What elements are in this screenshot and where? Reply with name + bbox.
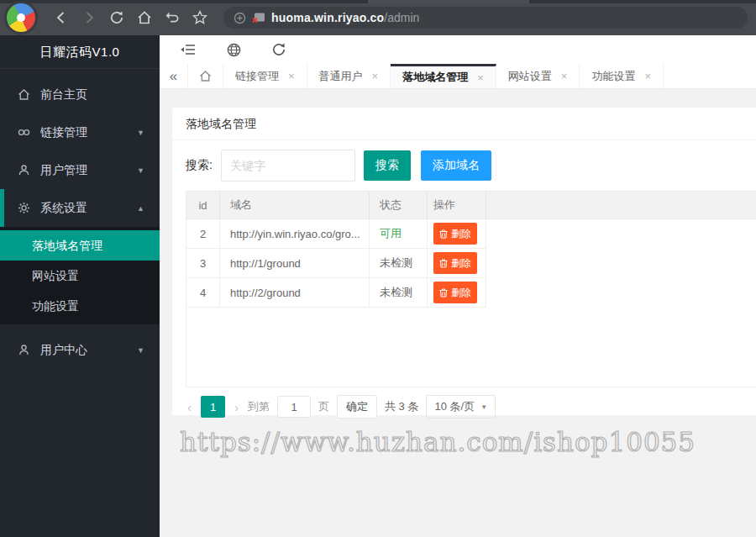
close-icon[interactable]: × xyxy=(644,70,651,82)
sidebar-item-label: 系统设置 xyxy=(40,201,137,216)
url-domain: huoma.win.riyao.co xyxy=(271,11,384,24)
submenu-item-function-settings[interactable]: 功能设置 xyxy=(0,291,160,321)
sidebar-item-label: 链接管理 xyxy=(40,125,137,140)
tab-label: 网站设置 xyxy=(508,69,552,84)
watermark-text: https://www.huzhan.com/ishop10055 xyxy=(180,427,696,457)
submenu-item-site-settings[interactable]: 网站设置 xyxy=(0,261,160,291)
tab-normal-user[interactable]: 普通用户 × xyxy=(307,64,391,88)
chevron-down-icon: ▼ xyxy=(480,403,487,411)
close-icon[interactable]: × xyxy=(561,70,568,82)
user-icon xyxy=(17,163,31,177)
close-icon[interactable]: × xyxy=(477,71,484,84)
chevron-up-icon: ▲ xyxy=(137,204,144,213)
confirm-button[interactable]: 确定 xyxy=(337,395,377,419)
tab-label: 链接管理 xyxy=(235,69,279,84)
site-permission-icon[interactable] xyxy=(234,12,246,24)
next-page-icon[interactable]: › xyxy=(233,400,240,414)
column-header-filler xyxy=(486,192,756,218)
add-domain-button[interactable]: 添加域名 xyxy=(421,150,491,181)
home-icon xyxy=(17,87,31,102)
app-title: 日耀活码V1.0 xyxy=(0,35,160,69)
sidebar-item-user-center[interactable]: 用户中心 ▼ xyxy=(0,331,160,369)
cell-domain: http://2/ground xyxy=(220,278,370,308)
delete-button[interactable]: 删除 xyxy=(433,223,477,245)
status-badge: 未检测 xyxy=(380,255,412,271)
goto-label: 到第 xyxy=(248,399,270,414)
sidebar: 日耀活码V1.0 前台主页 链接管理 ▼ 用户管理 ▼ xyxy=(0,35,160,537)
table-row: 4 http://2/ground 未检测 删除 xyxy=(186,278,756,308)
globe-icon[interactable] xyxy=(225,41,242,58)
person-icon xyxy=(17,343,31,357)
table-header-row: id 域名 状态 操作 xyxy=(186,191,756,219)
tab-link-management[interactable]: 链接管理 × xyxy=(223,64,307,88)
home-icon xyxy=(198,69,213,83)
page-title: 落地域名管理 xyxy=(172,108,756,140)
collapse-sidebar-icon[interactable] xyxy=(180,41,197,58)
search-button[interactable]: 搜索 xyxy=(364,150,411,181)
sidebar-item-user-management[interactable]: 用户管理 ▼ xyxy=(0,151,160,189)
tab-label: 功能设置 xyxy=(591,69,635,84)
search-label: 搜索: xyxy=(186,158,213,173)
pagination: ‹ 1 › 到第 页 确定 共 3 条 10 条/页 ▼ xyxy=(172,387,756,426)
content-card: 落地域名管理 搜索: 搜索 添加域名 id 域名 状态 操作 2 http://… xyxy=(172,108,756,415)
cell-id: 2 xyxy=(186,219,220,249)
cell-domain: http://yin.win.riyao.co/gro... xyxy=(220,219,370,249)
status-badge: 未检测 xyxy=(380,285,412,300)
domain-table: id 域名 状态 操作 2 http://yin.win.riyao.co/gr… xyxy=(186,191,756,387)
back-icon[interactable] xyxy=(52,7,71,29)
chevron-down-icon: ▼ xyxy=(137,129,144,137)
link-icon xyxy=(17,125,31,140)
tab-home[interactable] xyxy=(188,64,223,88)
cell-id: 3 xyxy=(186,249,220,278)
sidebar-item-link-management[interactable]: 链接管理 ▼ xyxy=(0,113,160,151)
close-icon[interactable]: × xyxy=(288,70,295,82)
tab-function-settings[interactable]: 功能设置 × xyxy=(580,64,664,88)
current-page-button[interactable]: 1 xyxy=(201,396,225,418)
tab-site-settings[interactable]: 网站设置 × xyxy=(496,64,580,88)
browser-chrome: huoma.win.riyao.co /admin xyxy=(0,0,756,35)
per-page-select[interactable]: 10 条/页 ▼ xyxy=(426,395,496,419)
delete-button[interactable]: 删除 xyxy=(433,282,477,303)
total-count-label: 共 3 条 xyxy=(385,399,418,414)
tab-landing-domain[interactable]: 落地域名管理 × xyxy=(391,64,496,88)
undo-icon[interactable] xyxy=(163,7,181,29)
sidebar-item-label: 前台主页 xyxy=(40,87,144,103)
close-icon[interactable]: × xyxy=(372,70,379,82)
admin-toolbar xyxy=(160,35,756,64)
url-path: /admin xyxy=(384,11,419,24)
chevron-down-icon: ▼ xyxy=(137,166,144,175)
sidebar-item-label: 用户管理 xyxy=(40,163,137,178)
system-settings-submenu: 落地域名管理 网站设置 功能设置 xyxy=(0,227,160,324)
table-row: 2 http://yin.win.riyao.co/gro... 可用 删除 xyxy=(186,219,756,249)
gear-icon xyxy=(17,201,31,215)
per-page-value: 10 条/页 xyxy=(434,399,475,414)
delete-label: 删除 xyxy=(451,286,471,300)
active-browser-tab-sliver xyxy=(368,0,529,3)
prev-page-icon[interactable]: ‹ xyxy=(186,400,193,414)
goto-page-input[interactable] xyxy=(277,396,311,418)
browser-tab-strip xyxy=(0,0,756,3)
sidebar-item-front-home[interactable]: 前台主页 xyxy=(0,76,160,113)
forward-icon[interactable] xyxy=(80,7,98,29)
tabs-scroll-left-icon[interactable]: « xyxy=(160,64,188,88)
column-header-action: 操作 xyxy=(428,192,486,218)
submenu-item-landing-domain[interactable]: 落地域名管理 xyxy=(0,230,160,261)
search-row: 搜索: 搜索 添加域名 xyxy=(172,140,756,191)
blocked-image-icon[interactable] xyxy=(252,12,265,24)
table-row: 3 http://1/ground 未检测 删除 xyxy=(186,249,756,278)
cell-id: 4 xyxy=(186,278,220,308)
tab-label: 落地域名管理 xyxy=(402,70,468,85)
bookmark-star-icon[interactable] xyxy=(191,7,209,29)
main-area: « 链接管理 × 普通用户 × 落地域名管理 × 网站设置 × 功能设置 × 落… xyxy=(160,35,756,537)
sidebar-item-system-settings[interactable]: 系统设置 ▲ xyxy=(0,189,160,227)
search-input[interactable] xyxy=(221,150,355,182)
home-icon[interactable] xyxy=(135,7,154,29)
sidebar-menu: 前台主页 链接管理 ▼ 用户管理 ▼ xyxy=(0,69,160,369)
browser-logo-icon[interactable] xyxy=(7,3,35,32)
address-bar[interactable]: huoma.win.riyao.co /admin xyxy=(223,7,748,29)
page-unit-label: 页 xyxy=(318,399,329,414)
refresh-icon[interactable] xyxy=(270,41,287,58)
reload-icon[interactable] xyxy=(108,7,126,29)
delete-button[interactable]: 删除 xyxy=(433,252,477,274)
trash-icon xyxy=(439,229,448,239)
